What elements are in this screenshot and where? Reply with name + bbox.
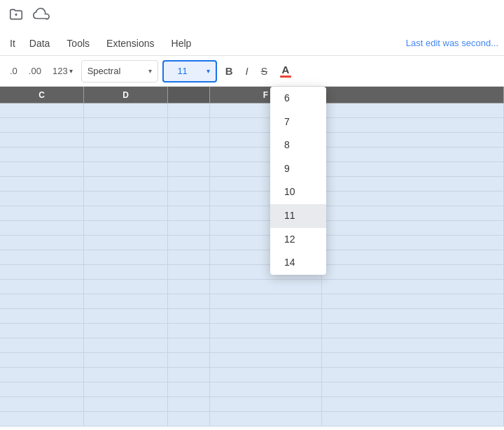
grid-cell[interactable] <box>322 324 504 338</box>
grid-cell[interactable] <box>210 338 322 353</box>
grid-cell[interactable] <box>84 368 168 382</box>
grid-cell[interactable] <box>84 103 168 118</box>
grid-cell[interactable] <box>168 221 210 236</box>
grid-cell[interactable] <box>84 221 168 236</box>
last-edit-status[interactable]: Last edit was second... <box>406 38 498 48</box>
grid-cell[interactable] <box>84 148 168 162</box>
grid-cell[interactable] <box>0 148 84 162</box>
table-row[interactable] <box>0 162 504 177</box>
grid-cell[interactable] <box>0 309 84 324</box>
strikethrough-button[interactable]: S <box>257 63 272 80</box>
grid-cell[interactable] <box>168 294 210 309</box>
table-row[interactable] <box>0 221 504 236</box>
grid-cell[interactable] <box>322 309 504 324</box>
grid-cell[interactable] <box>322 250 504 265</box>
grid-cell[interactable] <box>84 265 168 280</box>
bold-button[interactable]: B <box>221 62 237 80</box>
menu-item-tools[interactable]: Tools <box>59 35 97 52</box>
grid-cell[interactable] <box>84 206 168 221</box>
grid-cell[interactable] <box>322 236 504 250</box>
grid-cell[interactable] <box>168 280 210 294</box>
grid-cell[interactable] <box>322 412 504 427</box>
grid-cell[interactable] <box>84 353 168 368</box>
cloud-icon[interactable] <box>32 7 50 24</box>
table-row[interactable] <box>0 280 504 294</box>
grid-cell[interactable] <box>210 309 322 324</box>
grid-cell[interactable] <box>168 250 210 265</box>
table-row[interactable] <box>0 382 504 397</box>
table-row[interactable] <box>0 133 504 148</box>
grid-cell[interactable] <box>322 221 504 236</box>
grid-cell[interactable] <box>168 382 210 397</box>
table-row[interactable] <box>0 324 504 338</box>
font-size-option[interactable]: 8 <box>270 134 326 157</box>
font-size-option[interactable]: 6 <box>270 87 326 110</box>
grid-cell[interactable] <box>84 192 168 206</box>
grid-cell[interactable] <box>168 118 210 133</box>
grid-cell[interactable] <box>84 397 168 412</box>
font-size-option[interactable]: 12 <box>270 228 326 252</box>
table-row[interactable] <box>0 397 504 412</box>
table-row[interactable] <box>0 236 504 250</box>
decimal-decrease-button[interactable]: .0 <box>6 63 22 79</box>
grid-cell[interactable] <box>84 236 168 250</box>
grid-cell[interactable] <box>84 412 168 427</box>
font-size-dropdown[interactable]: 678910111214 <box>270 87 326 275</box>
grid-cell[interactable] <box>210 280 322 294</box>
menu-item-extensions[interactable]: Extensions <box>99 35 161 52</box>
grid-cell[interactable] <box>84 162 168 177</box>
grid-cell[interactable] <box>322 294 504 309</box>
font-size-dropdown-button[interactable]: ▾ <box>202 60 217 83</box>
grid-cell[interactable] <box>210 294 322 309</box>
grid-cell[interactable] <box>84 294 168 309</box>
grid-cell[interactable] <box>0 133 84 148</box>
grid-cell[interactable] <box>0 280 84 294</box>
menu-item-it[interactable]: It <box>6 35 20 52</box>
font-size-option[interactable]: 7 <box>270 110 326 134</box>
col-header-c[interactable]: C <box>0 87 84 103</box>
grid-cell[interactable] <box>210 324 322 338</box>
grid-cell[interactable] <box>322 206 504 221</box>
grid-cell[interactable] <box>322 162 504 177</box>
grid-cell[interactable] <box>322 118 504 133</box>
grid-cell[interactable] <box>168 177 210 192</box>
grid-cell[interactable] <box>322 397 504 412</box>
grid-cell[interactable] <box>0 250 84 265</box>
grid-cell[interactable] <box>0 353 84 368</box>
grid-cell[interactable] <box>0 368 84 382</box>
grid-cell[interactable] <box>84 382 168 397</box>
grid-cell[interactable] <box>0 103 84 118</box>
grid-cell[interactable] <box>322 353 504 368</box>
grid-cell[interactable] <box>322 148 504 162</box>
table-row[interactable] <box>0 118 504 133</box>
decimal-increase-button[interactable]: .00 <box>24 63 46 79</box>
grid-cell[interactable] <box>0 192 84 206</box>
font-size-option[interactable]: 10 <box>270 180 326 204</box>
col-header-d[interactable]: D <box>84 87 168 103</box>
grid-cell[interactable] <box>168 236 210 250</box>
font-color-button[interactable]: A <box>276 62 295 80</box>
grid-cell[interactable] <box>0 324 84 338</box>
table-row[interactable] <box>0 338 504 353</box>
table-row[interactable] <box>0 177 504 192</box>
grid-cell[interactable] <box>322 192 504 206</box>
grid-cell[interactable] <box>210 368 322 382</box>
grid-cell[interactable] <box>168 133 210 148</box>
grid-cell[interactable] <box>168 412 210 427</box>
grid-cell[interactable] <box>84 280 168 294</box>
grid-cell[interactable] <box>168 103 210 118</box>
grid-cell[interactable] <box>322 280 504 294</box>
table-row[interactable] <box>0 250 504 265</box>
grid-cell[interactable] <box>0 265 84 280</box>
table-row[interactable] <box>0 148 504 162</box>
grid-cell[interactable] <box>0 294 84 309</box>
grid-cell[interactable] <box>168 148 210 162</box>
grid-cell[interactable] <box>0 221 84 236</box>
grid-cell[interactable] <box>168 397 210 412</box>
table-row[interactable] <box>0 206 504 221</box>
menu-item-data[interactable]: Data <box>22 35 57 52</box>
grid-cell[interactable] <box>322 177 504 192</box>
font-size-option[interactable]: 14 <box>270 251 326 275</box>
col-header-e[interactable] <box>168 87 210 103</box>
grid-cell[interactable] <box>0 397 84 412</box>
